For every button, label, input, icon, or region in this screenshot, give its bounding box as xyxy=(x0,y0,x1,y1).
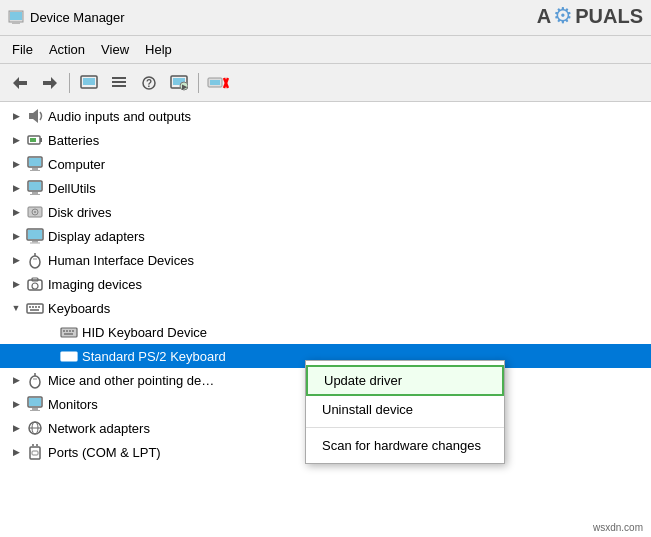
tree-item-audio[interactable]: ▶ Audio inputs and outputs xyxy=(0,104,651,128)
svg-rect-62 xyxy=(64,357,73,359)
icon-hid xyxy=(26,251,44,269)
icon-computer xyxy=(26,155,44,173)
expand-disk[interactable]: ▶ xyxy=(8,204,24,220)
expand-mice[interactable]: ▶ xyxy=(8,372,24,388)
expand-computer[interactable]: ▶ xyxy=(8,156,24,172)
icon-imaging xyxy=(26,275,44,293)
toolbar-back[interactable] xyxy=(6,69,34,97)
tree-item-dellutils[interactable]: ▶ DellUtils xyxy=(0,176,651,200)
label-display: Display adapters xyxy=(48,229,145,244)
tree-item-display[interactable]: ▶ Display adapters xyxy=(0,224,651,248)
svg-rect-7 xyxy=(112,77,126,79)
label-batteries: Batteries xyxy=(48,133,99,148)
svg-rect-2 xyxy=(12,22,20,24)
menu-file[interactable]: File xyxy=(4,40,41,59)
expand-hid[interactable]: ▶ xyxy=(8,252,24,268)
svg-rect-59 xyxy=(66,354,68,356)
context-menu-separator xyxy=(306,427,504,428)
svg-rect-1 xyxy=(10,12,22,20)
tree-item-hid[interactable]: ▶ Human Interface Devices xyxy=(0,248,651,272)
svg-rect-6 xyxy=(83,78,95,85)
svg-rect-60 xyxy=(69,354,71,356)
expand-network[interactable]: ▶ xyxy=(8,420,24,436)
appuals-watermark: A ⚙ PUALS xyxy=(537,3,643,29)
icon-mice xyxy=(26,371,44,389)
toolbar-btn-3[interactable]: ? xyxy=(135,69,163,97)
svg-rect-48 xyxy=(35,306,37,308)
svg-marker-3 xyxy=(13,77,27,89)
icon-network xyxy=(26,419,44,437)
icon-disk xyxy=(26,203,44,221)
icon-ports xyxy=(26,443,44,461)
label-keyboards: Keyboards xyxy=(48,301,110,316)
svg-point-63 xyxy=(30,376,40,388)
expand-batteries[interactable]: ▶ xyxy=(8,132,24,148)
svg-point-43 xyxy=(32,283,38,289)
toolbar-btn-uninstall[interactable] xyxy=(204,69,232,97)
svg-rect-17 xyxy=(210,80,220,85)
svg-rect-29 xyxy=(29,182,41,190)
label-mice: Mice and other pointing de… xyxy=(48,373,214,388)
svg-rect-51 xyxy=(61,328,77,337)
svg-point-34 xyxy=(34,211,36,213)
svg-rect-23 xyxy=(30,138,36,142)
context-menu: Update driver Uninstall device Scan for … xyxy=(305,360,505,464)
toolbar-btn-2[interactable] xyxy=(105,69,133,97)
expand-dellutils[interactable]: ▶ xyxy=(8,180,24,196)
expand-display[interactable]: ▶ xyxy=(8,228,24,244)
context-menu-update-driver[interactable]: Update driver xyxy=(306,365,504,396)
icon-display xyxy=(26,227,44,245)
context-menu-uninstall-device[interactable]: Uninstall device xyxy=(306,396,504,423)
toolbar: ? ▶ xyxy=(0,64,651,102)
icon-batteries xyxy=(26,131,44,149)
expand-audio[interactable]: ▶ xyxy=(8,108,24,124)
svg-rect-46 xyxy=(29,306,31,308)
label-monitors: Monitors xyxy=(48,397,98,412)
svg-rect-8 xyxy=(112,81,126,83)
svg-rect-75 xyxy=(36,444,38,448)
toolbar-btn-1[interactable] xyxy=(75,69,103,97)
svg-text:?: ? xyxy=(146,78,152,89)
tree-item-batteries[interactable]: ▶ Batteries xyxy=(0,128,651,152)
icon-hid-kbd xyxy=(60,323,78,341)
main-content: ▶ Audio inputs and outputs ▶ Batteries xyxy=(0,102,651,537)
svg-rect-25 xyxy=(29,158,41,166)
tree-item-computer[interactable]: ▶ Computer xyxy=(0,152,651,176)
toolbar-btn-4[interactable]: ▶ xyxy=(165,69,193,97)
tree-item-hid-kbd[interactable]: ▶ HID Keyboard Device xyxy=(0,320,651,344)
label-disk: Disk drives xyxy=(48,205,112,220)
svg-rect-49 xyxy=(38,306,40,308)
expand-monitors[interactable]: ▶ xyxy=(8,396,24,412)
icon-monitors xyxy=(26,395,44,413)
svg-rect-36 xyxy=(28,230,42,239)
svg-rect-56 xyxy=(64,333,73,335)
tree-item-imaging[interactable]: ▶ Imaging devices xyxy=(0,272,651,296)
title-bar-title: Device Manager xyxy=(30,10,125,25)
toolbar-forward[interactable] xyxy=(36,69,64,97)
menu-action[interactable]: Action xyxy=(41,40,93,59)
svg-rect-52 xyxy=(63,330,65,332)
svg-rect-9 xyxy=(112,85,126,87)
tree-item-disk[interactable]: ▶ Disk drives xyxy=(0,200,651,224)
device-tree: ▶ Audio inputs and outputs ▶ Batteries xyxy=(0,102,651,537)
title-bar: Device Manager A ⚙ PUALS xyxy=(0,0,651,36)
label-network: Network adapters xyxy=(48,421,150,436)
toolbar-sep-1 xyxy=(69,73,70,93)
svg-rect-37 xyxy=(32,241,38,243)
expand-imaging[interactable]: ▶ xyxy=(8,276,24,292)
menu-view[interactable]: View xyxy=(93,40,137,59)
label-imaging: Imaging devices xyxy=(48,277,142,292)
tree-item-keyboards[interactable]: ▼ Keyboards xyxy=(0,296,651,320)
icon-std-kbd xyxy=(60,347,78,365)
svg-rect-38 xyxy=(30,243,40,244)
label-hid-kbd: HID Keyboard Device xyxy=(82,325,207,340)
wsxdn-watermark: wsxdn.com xyxy=(593,522,643,533)
icon-audio xyxy=(26,107,44,125)
svg-point-39 xyxy=(30,256,40,268)
label-audio: Audio inputs and outputs xyxy=(48,109,191,124)
expand-ports[interactable]: ▶ xyxy=(8,444,24,460)
context-menu-scan-hardware[interactable]: Scan for hardware changes xyxy=(306,432,504,459)
menu-help[interactable]: Help xyxy=(137,40,180,59)
expand-keyboards[interactable]: ▼ xyxy=(8,300,24,316)
svg-rect-22 xyxy=(40,138,42,142)
